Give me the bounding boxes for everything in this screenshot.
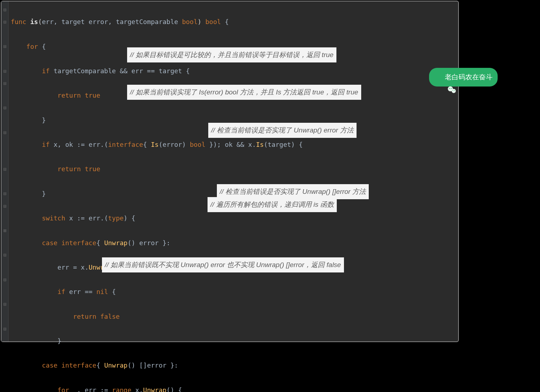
fold-marker[interactable]: ⊟ [3,323,6,335]
annotation-comment: // 如果当前错误既不实现 Unwrap() error 也不实现 Unwrap… [102,257,344,272]
annotation-comment: // 检查当前错误是否实现了 Unwrap() error 方法 [208,123,357,138]
code-line: switch x := err.(type) { [11,212,457,224]
code-line: func is(err, target error, targetCompara… [11,16,457,28]
wechat-badge: 老白码农在奋斗 [429,68,498,87]
code-line: } [11,335,457,347]
gutter: ⊟ ⊟ ⊟ ⊟ ⊟ ⊟ ⊟ ⊟ ⊟ ⊟ ⊞ ⊟ ⊟ ⊟ ⊟ [1,1,9,341]
code-line: return false [11,311,457,323]
code-line: case interface{ Unwrap() []error }: [11,359,457,372]
badge-text: 老白码农在奋斗 [445,71,493,84]
code-line: case interface{ Unwrap() error }: [11,237,457,249]
fold-marker[interactable]: ⊟ [3,163,6,175]
fold-marker[interactable]: ⊟ [3,41,6,53]
code-line: return true [11,163,457,175]
svg-point-3 [451,88,452,89]
wechat-icon [432,72,442,82]
fold-marker[interactable]: ⊟ [3,298,6,311]
svg-point-2 [449,88,450,89]
fold-marker[interactable]: ⊟ [3,274,6,286]
fold-marker[interactable]: ⊟ [3,16,6,28]
fold-marker[interactable]: ⊟ [3,249,6,261]
annotation-comment: // 遍历所有解包的错误，递归调用 is 函数 [208,197,337,212]
svg-point-4 [453,90,453,91]
code-line: if err == nil { [11,286,457,298]
fold-marker[interactable]: ⊟ [3,4,6,16]
code-line: if x, ok := err.(interface{ Is(error) bo… [11,139,457,151]
code-editor: ⊟ ⊟ ⊟ ⊟ ⊟ ⊟ ⊟ ⊟ ⊟ ⊟ ⊞ ⊟ ⊟ ⊟ ⊟ func is(er… [1,1,459,342]
fold-marker[interactable]: ⊟ [3,65,6,77]
code-line: for _, err := range x.Unwrap() { [11,384,457,392]
fold-marker[interactable]: ⊞ [3,224,6,237]
fold-marker[interactable]: ⊟ [3,102,6,114]
svg-point-5 [454,90,455,91]
code-area[interactable]: func is(err, target error, targetCompara… [9,1,458,341]
fold-marker[interactable]: ⊟ [3,126,6,139]
fold-marker[interactable]: ⊟ [3,77,6,89]
annotation-comment: // 如果目标错误是可比较的，并且当前错误等于目标错误，返回 true [127,47,336,62]
code-line: if targetComparable && err == target { [11,65,457,77]
fold-marker[interactable]: ⊟ [3,200,6,212]
fold-marker[interactable]: ⊟ [3,188,6,200]
svg-point-1 [452,89,456,93]
annotation-comment: // 如果当前错误实现了 Is(error) bool 方法，并且 Is 方法返… [127,85,361,100]
